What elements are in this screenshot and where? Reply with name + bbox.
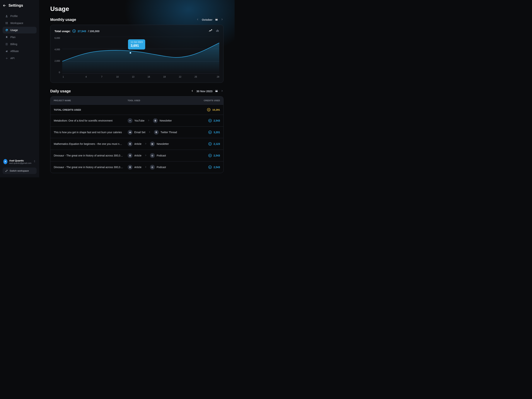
total-credits: 10,291 [194,108,220,111]
line-chart-button[interactable] [209,29,213,33]
credit-icon [208,165,212,169]
monthly-usage-card: Total usage: 27,543 / 100,000 6,0004,000… [50,25,223,83]
play-icon [128,118,133,123]
bookmark-icon [5,36,8,39]
doc-icon [128,141,133,146]
total-usage-value: 27,543 [78,30,86,33]
megaphone-icon [5,50,8,53]
tool-to: Newsletter [150,141,169,146]
tool-to: Twitter Thread [154,130,177,135]
svg-point-6 [6,58,7,58]
pie-icon [5,29,8,32]
table-row[interactable]: Dinosaur - The great one in history of a… [51,161,223,173]
user-profile[interactable]: A Axel Quantic axel.quantic@gmail.com [3,158,37,166]
credit-icon [208,131,212,134]
date-label[interactable]: 30 Nov 2023 [196,90,212,93]
tool-from: Email Set [128,130,145,135]
monthly-usage-title: Monthly usage [50,18,76,22]
chevron-right-icon [147,119,150,122]
tool-from: Article [128,165,141,170]
chart-tooltip-dot [129,52,131,54]
svg-rect-3 [6,23,6,24]
back-arrow-icon [3,4,6,7]
svg-rect-4 [7,23,7,24]
sidebar-item-workspace[interactable]: Workspace [3,20,37,26]
sidebar-item-affiliate[interactable]: Affiliate [3,48,37,55]
table-header: PROJECT NAME TOOL USED CREDITS USED [51,96,223,105]
svg-rect-1 [6,22,6,23]
doc-icon [128,165,133,170]
person-icon [5,15,8,18]
svg-point-24 [152,155,152,156]
switch-workspace-button[interactable]: Switch workspace [3,168,37,174]
svg-rect-22 [152,143,153,145]
sidebar-item-usage[interactable]: Usage [3,27,37,33]
y-axis: 6,0004,0002,0000 [55,37,62,74]
project-name: Mathematics Equation for beginners - the… [54,142,128,145]
chevron-right-icon [145,142,147,146]
bar-chart-button[interactable] [215,29,219,33]
project-name: Metabolism: One of a kind for scentific … [54,119,128,122]
row-credits: 2,123 [194,142,220,146]
podcast-icon [150,153,155,158]
sidebar-title: Settings [8,3,23,7]
sidebar-item-plan[interactable]: Plan [3,34,37,40]
grid-icon [5,22,8,25]
table-row[interactable]: Dinosaur - The great one in history of a… [51,150,223,161]
svg-rect-11 [218,30,219,32]
credit-icon [207,108,210,111]
sidebar-item-billing[interactable]: Billing [3,41,37,47]
sidebar-item-profile[interactable]: Profile [3,13,37,19]
sidebar: Settings Profile Workspace Usage Plan Bi… [0,0,39,177]
tool-to: Podcast [150,153,166,158]
chevron-right-icon [148,131,151,134]
date-next-button[interactable] [221,89,223,93]
usage-chart: 6,0004,0002,0000 11 Oct 2023 3,691 [55,37,219,74]
table-row[interactable]: Metabolism: One of a kind for scentific … [51,115,223,126]
row-credits: 3,201 [194,131,220,134]
svg-rect-17 [215,90,218,90]
svg-rect-19 [129,132,131,133]
table-row[interactable]: Mathematics Equation for beginners - the… [51,138,223,150]
month-label[interactable]: October [202,18,212,21]
daily-usage-title: Daily usage [50,89,71,93]
svg-point-28 [152,167,152,167]
project-name: Dinosaur - The great one in history of a… [54,166,128,169]
date-prev-button[interactable] [191,89,194,93]
svg-point-0 [6,15,7,16]
sidebar-item-api[interactable]: API [3,55,37,62]
credit-icon [208,154,212,157]
total-usage: Total usage: 27,543 / 100,000 [55,29,100,33]
row-credits: 2,543 [194,165,220,169]
user-email: axel.quantic@gmail.com [9,162,32,164]
table-row[interactable]: This is how you get in shape fast and no… [51,126,223,138]
chevron-updown-icon [33,160,36,163]
news-icon [150,141,155,146]
x-axis: 14710131619222528 [63,76,219,78]
credit-icon [208,142,212,146]
swap-icon [5,170,8,172]
svg-rect-2 [7,22,7,23]
main-content: Usage Monthly usage October Total usage:… [39,0,234,177]
svg-rect-10 [217,30,218,32]
month-picker: October [196,18,223,21]
chart-tooltip: 11 Oct 2023 3,691 [128,39,145,50]
daily-usage-table: PROJECT NAME TOOL USED CREDITS USED TOTA… [50,96,223,173]
user-name: Axel Quantic [9,159,32,162]
calendar-icon[interactable] [215,89,218,93]
svg-rect-9 [216,31,217,32]
row-credits: 2,543 [194,154,220,157]
doc-icon [128,153,133,158]
tool-to: Podcast [150,165,166,170]
chevron-right-icon [145,166,147,169]
month-next-button[interactable] [221,18,223,21]
chart-type-toggle [209,29,219,33]
table-total-row: TOTAL CREDITS USED 10,291 [51,105,223,115]
doc-icon [154,130,159,135]
date-picker: 30 Nov 2023 [191,89,223,93]
svg-rect-8 [215,19,218,19]
calendar-icon[interactable] [215,18,218,21]
month-prev-button[interactable] [196,18,199,21]
receipt-icon [5,43,8,46]
sidebar-header[interactable]: Settings [3,3,37,7]
